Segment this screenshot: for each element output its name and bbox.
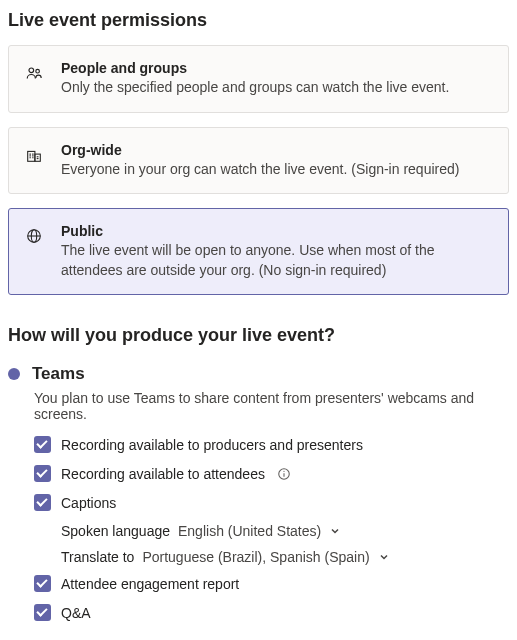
option-title: Public: [61, 223, 492, 239]
produce-heading: How will you produce your live event?: [8, 325, 509, 346]
option-desc: Everyone in your org can watch the live …: [61, 160, 492, 180]
translate-to-select[interactable]: Translate to Portuguese (Brazil), Spanis…: [61, 549, 509, 565]
option-desc: Only the specified people and groups can…: [61, 78, 492, 98]
translate-to-value: Portuguese (Brazil), Spanish (Spain): [142, 549, 369, 565]
check-label: Q&A: [61, 605, 91, 621]
checkbox-checked-icon: [34, 494, 51, 511]
radio-selected-icon: [8, 368, 20, 380]
svg-point-17: [283, 471, 284, 472]
spoken-language-label: Spoken language: [61, 523, 170, 539]
check-label: Attendee engagement report: [61, 576, 239, 592]
permission-option-public[interactable]: Public The live event will be open to an…: [8, 208, 509, 295]
produce-option-teams[interactable]: Teams: [8, 364, 509, 384]
chevron-down-icon: [329, 525, 341, 537]
permissions-heading: Live event permissions: [8, 10, 509, 31]
option-title: Org-wide: [61, 142, 492, 158]
svg-point-0: [29, 68, 34, 73]
check-recording-producers[interactable]: Recording available to producers and pre…: [34, 436, 509, 453]
translate-to-label: Translate to: [61, 549, 134, 565]
check-qa[interactable]: Q&A: [34, 604, 509, 621]
svg-rect-2: [28, 151, 35, 161]
people-icon: [25, 64, 45, 82]
check-captions[interactable]: Captions: [34, 494, 509, 511]
globe-icon: [25, 227, 45, 245]
spoken-language-value: English (United States): [178, 523, 321, 539]
check-label: Recording available to producers and pre…: [61, 437, 363, 453]
info-icon[interactable]: [277, 467, 291, 481]
permission-option-org-wide[interactable]: Org-wide Everyone in your org can watch …: [8, 127, 509, 195]
check-recording-attendees[interactable]: Recording available to attendees: [34, 465, 509, 482]
check-engagement-report[interactable]: Attendee engagement report: [34, 575, 509, 592]
checkbox-checked-icon: [34, 575, 51, 592]
produce-option-desc: You plan to use Teams to share content f…: [34, 390, 509, 422]
checkbox-checked-icon: [34, 465, 51, 482]
option-desc: The live event will be open to anyone. U…: [61, 241, 492, 280]
chevron-down-icon: [378, 551, 390, 563]
permission-option-people-groups[interactable]: People and groups Only the specified peo…: [8, 45, 509, 113]
checkbox-checked-icon: [34, 604, 51, 621]
option-title: People and groups: [61, 60, 492, 76]
svg-rect-3: [35, 154, 40, 161]
svg-point-1: [36, 69, 40, 73]
check-label: Captions: [61, 495, 116, 511]
produce-option-label: Teams: [32, 364, 85, 384]
check-label: Recording available to attendees: [61, 466, 265, 482]
checkbox-checked-icon: [34, 436, 51, 453]
spoken-language-select[interactable]: Spoken language English (United States): [61, 523, 509, 539]
building-icon: [25, 146, 45, 164]
